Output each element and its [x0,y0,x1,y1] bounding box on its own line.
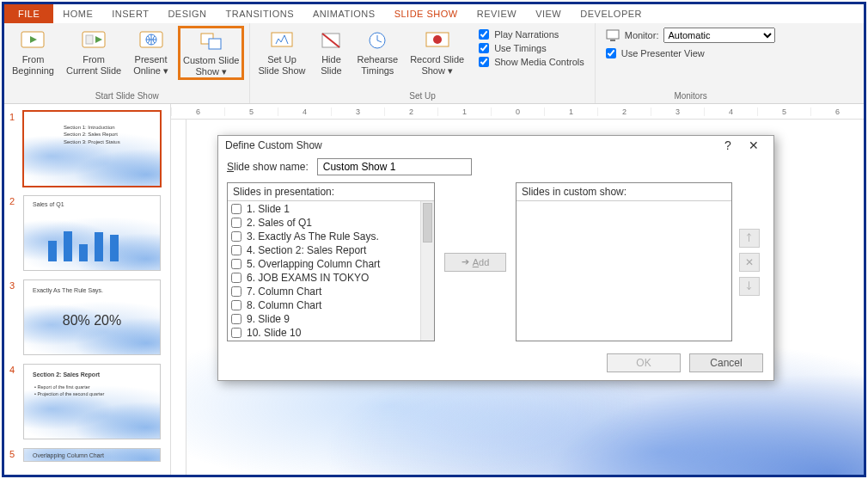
svg-rect-15 [607,30,619,39]
from-current-slide-button[interactable]: From Current Slide [64,26,124,78]
tab-slideshow[interactable]: SLIDE SHOW [385,4,468,23]
presentation-slide-item[interactable]: 1. Slide 1 [231,203,431,215]
svg-rect-3 [86,35,93,44]
presentation-slide-item[interactable]: 4. Section 2: Sales Report [231,244,431,256]
from-beginning-button[interactable]: From Beginning [9,26,57,78]
hide-slide-icon [317,28,345,52]
horizontal-ruler: 6543210123456 [171,104,864,120]
tab-view[interactable]: VIEW [526,4,571,23]
ok-button[interactable]: OK [607,353,681,372]
add-button[interactable]: ➔AAdddd [444,253,506,272]
dialog-title: Define Custom Show [225,139,715,151]
monitor-icon [606,29,620,41]
vertical-ruler [171,120,186,475]
monitor-label: Monitor: [625,30,659,40]
tab-home[interactable]: HOME [53,4,102,23]
svg-rect-8 [209,39,221,49]
clock-icon [364,28,391,52]
set-up-slideshow-button[interactable]: Set Up Slide Show [255,26,308,78]
setup-checkboxes: Play Narrations Use Timings Show Media C… [474,26,590,67]
add-arrow-icon: ➔ [462,256,469,267]
tab-review[interactable]: REVIEW [468,4,526,23]
slide-thumbnails: 1Section 1: IntroductionSection 2: Sales… [4,104,171,475]
slideshow-name-label: Slide show name: [227,161,309,173]
remove-button[interactable]: ✕ [739,253,760,272]
presentation-slide-item[interactable]: 2. Sales of Q1 [231,217,431,229]
dialog-close-button[interactable]: ✕ [741,136,767,155]
slide-thumbnail[interactable]: Exactly As The Rule Says.80% 20% [23,279,161,355]
present-online-button[interactable]: Present Online ▾ [131,26,171,78]
presentation-slide-item[interactable]: 3. Exactly As The Rule Says. [231,230,431,243]
app-window: FILE HOME INSERT DESIGN TRANSITIONS ANIM… [2,2,866,477]
ribbon: From Beginning From Current Slide Presen… [4,23,864,104]
slide-thumbnail[interactable]: Section 2: Sales Report• Report of the f… [23,364,161,439]
group-setup: Set Up Slide Show Hide Slide Rehearse Ti… [250,23,595,103]
move-up-button[interactable]: 🡑 [739,229,760,248]
tab-transitions[interactable]: TRANSITIONS [217,4,303,23]
define-custom-show-dialog: Define Custom Show ? ✕ Slide show name: … [217,135,774,381]
ribbon-tabs: FILE HOME INSERT DESIGN TRANSITIONS ANIM… [4,4,864,23]
group-monitors: Monitor: Automatic Use Presenter View Mo… [596,23,786,103]
presentation-slide-item[interactable]: 9. Slide 9 [231,313,431,325]
presentation-slide-item[interactable]: 8. Column Chart [231,299,431,311]
slide-thumbnail[interactable]: Overlapping Column Chart [23,448,161,462]
custom-slide-show-button[interactable]: Custom Slide Show ▾ [178,26,244,80]
show-media-controls-check[interactable]: Show Media Controls [479,57,584,67]
play-narrations-check[interactable]: Play Narrations [479,29,584,40]
rehearse-timings-button[interactable]: Rehearse Timings [354,26,400,78]
group-start-slideshow: From Beginning From Current Slide Presen… [4,23,250,103]
slideshow-name-input[interactable] [317,158,472,175]
presentation-slide-item[interactable]: 10. Slide 10 [231,327,431,339]
monitor-select[interactable]: Automatic [663,28,775,43]
setup-icon [268,28,296,52]
group-label-setup: Set Up [255,89,589,103]
presenter-view-check[interactable]: Use Presenter View [606,48,776,58]
record-icon [424,28,451,52]
slides-in-custom-show-list: Slides in custom show: [516,182,732,341]
presentation-slide-item[interactable]: 5. Overlapping Column Chart [231,258,431,270]
tab-design[interactable]: DESIGN [158,4,216,23]
slide-thumbnail[interactable]: Section 1: IntroductionSection 2: Sales … [23,111,161,187]
scrollbar[interactable] [420,201,434,341]
left-list-header: Slides in presentation: [228,183,434,201]
tab-developer[interactable]: DEVELOPER [571,4,651,23]
group-label-start: Start Slide Show [9,89,244,103]
slides-in-presentation-list: Slides in presentation: 1. Slide 12. Sal… [227,182,435,341]
right-list-header: Slides in custom show: [517,183,731,201]
play-current-icon [80,28,107,52]
cancel-button[interactable]: Cancel [689,353,763,372]
scroll-thumb[interactable] [423,203,432,243]
presentation-slide-item[interactable]: 7. Column Chart [231,286,431,298]
tab-animations[interactable]: ANIMATIONS [303,4,385,23]
record-slideshow-button[interactable]: Record Slide Show ▾ [407,26,467,78]
globe-screen-icon [138,28,165,52]
use-timings-check[interactable]: Use Timings [479,43,584,53]
svg-point-14 [433,35,442,44]
tab-insert[interactable]: INSERT [102,4,158,23]
move-down-button[interactable]: 🡓 [739,277,760,296]
custom-show-icon [198,29,225,53]
presentation-slide-item[interactable]: 6. JOB EXAMS IN TOKYO [231,272,431,284]
hide-slide-button[interactable]: Hide Slide [315,26,347,78]
group-label-monitors: Monitors [601,89,781,103]
play-screen-icon [19,28,46,52]
slide-thumbnail[interactable]: Sales of Q1 [23,195,161,271]
tab-file[interactable]: FILE [4,4,53,23]
svg-rect-16 [610,40,615,41]
dialog-help-button[interactable]: ? [715,136,741,155]
